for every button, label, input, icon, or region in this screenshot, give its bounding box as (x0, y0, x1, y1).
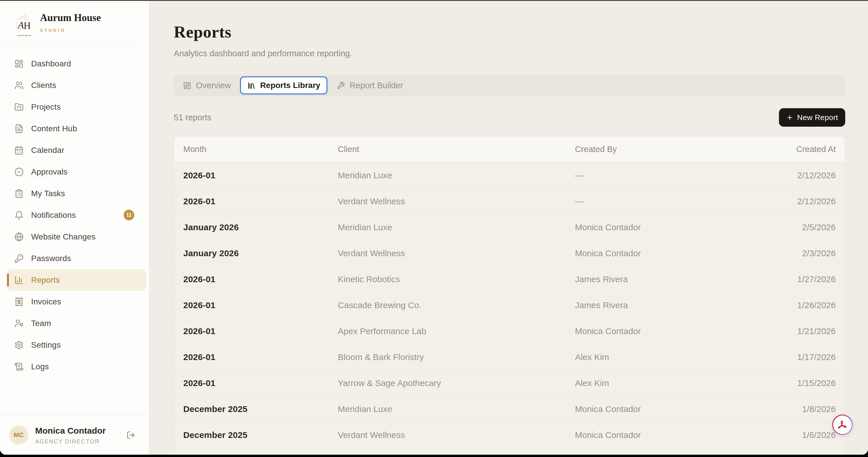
sidebar-item-passwords[interactable]: Passwords (7, 248, 146, 269)
table-row[interactable]: December 2025 Verdant Wellness Monica Co… (174, 422, 845, 448)
sidebar-item-label: Passwords (31, 254, 71, 263)
sidebar-item-label: Settings (31, 340, 61, 350)
table-row[interactable]: 2026-01 Meridian Luxe — 2/12/2026 (174, 163, 845, 189)
table-row[interactable]: 2026-01 Yarrow & Sage Apothecary Alex Ki… (174, 370, 845, 396)
sidebar-item-settings[interactable]: Settings (7, 334, 146, 356)
column-header-created-by: Created By (575, 145, 738, 154)
cell-month: 2026-01 (183, 275, 338, 284)
cell-created-at: 2/12/2026 (738, 171, 836, 180)
table-header-row: MonthClientCreated ByCreated At (174, 137, 845, 163)
cell-month: 2026-01 (183, 352, 338, 362)
table-row[interactable]: 2026-01 Cascade Brewing Co. James Rivera… (174, 292, 845, 318)
cell-created-at: 2/3/2026 (738, 249, 836, 258)
acrobat-extension-button[interactable] (832, 415, 852, 435)
plus-icon (786, 114, 793, 121)
sidebar-item-label: Content Hub (31, 124, 77, 133)
svg-text:A: A (17, 20, 24, 30)
table-row[interactable]: 2026-01 Verdant Wellness — 2/12/2026 (174, 189, 845, 215)
table-row[interactable]: January 2026 Verdant Wellness Monica Con… (174, 240, 845, 266)
sidebar-item-calendar[interactable]: Calendar (7, 139, 146, 161)
table-row[interactable]: January 2026 Meridian Luxe Monica Contad… (174, 215, 845, 240)
file-text-icon (14, 124, 24, 133)
sidebar-item-my-tasks[interactable]: My Tasks (7, 182, 146, 204)
cell-created-by: Monica Contador (575, 430, 738, 440)
sidebar-item-label: Approvals (31, 167, 67, 177)
cell-client: Cascade Brewing Co. (338, 301, 575, 310)
window-top-edge (0, 0, 868, 1)
bar-chart-icon (14, 276, 24, 285)
sidebar-item-notifications[interactable]: Notifications 11 (7, 204, 146, 226)
cell-created-at: 2/5/2026 (738, 223, 836, 232)
user-name: Monica Contador (35, 426, 106, 436)
sidebar-item-approvals[interactable]: Approvals (7, 161, 146, 182)
table-row[interactable]: December 2025 Meridian Luxe Monica Conta… (174, 396, 845, 422)
table-row[interactable]: 2026-01 Bloom & Bark Floristry Alex Kim … (174, 344, 845, 370)
cell-created-at: 1/27/2026 (738, 275, 836, 284)
sidebar: A H AURUM HOUSE Aurum House STUDIO Dashb… (0, 1, 149, 455)
folder-kanban-icon (14, 103, 24, 112)
table-body: 2026-01 Meridian Luxe — 2/12/2026 2026-0… (174, 163, 845, 455)
notification-count-badge: 11 (124, 210, 134, 221)
bell-icon (14, 210, 24, 220)
user-cog-icon (14, 319, 24, 328)
brand-logo-mark-icon: A H AURUM HOUSE (16, 11, 32, 38)
sidebar-item-team[interactable]: Team (7, 312, 146, 334)
page-title: Reports (174, 24, 845, 40)
calendar-icon (14, 146, 24, 155)
cell-created-at: 1/15/2026 (738, 378, 836, 388)
cell-month: 2026-01 (183, 197, 338, 206)
table-row-partial (174, 448, 845, 455)
layout-dashboard-icon (14, 59, 24, 68)
logout-icon[interactable] (126, 431, 135, 439)
tab-label: Reports Library (260, 81, 320, 90)
cell-client: Bloom & Bark Floristry (338, 352, 575, 362)
tab-overview[interactable]: Overview (176, 77, 238, 94)
sidebar-item-label: Reports (31, 276, 60, 285)
sidebar-item-website-changes[interactable]: Website Changes (7, 226, 146, 248)
cell-created-by: James Rivera (575, 301, 738, 310)
cell-client: Yarrow & Sage Apothecary (338, 378, 575, 388)
cell-created-by: Monica Contador (575, 223, 738, 232)
globe-icon (14, 232, 24, 241)
cell-created-at: 1/6/2026 (738, 430, 836, 440)
cell-client: Apex Performance Lab (338, 326, 575, 336)
cell-created-by: Monica Contador (575, 326, 738, 336)
sidebar-item-dashboard[interactable]: Dashboard (7, 53, 146, 75)
sidebar-item-label: Team (31, 319, 51, 328)
clipboard-list-icon (14, 189, 24, 198)
sidebar-item-label: Projects (31, 103, 61, 112)
sidebar-item-invoices[interactable]: Invoices (7, 291, 146, 312)
sidebar-item-projects[interactable]: Projects (7, 96, 146, 118)
library-icon (247, 81, 256, 90)
sidebar-item-label: Website Changes (31, 232, 96, 241)
page-subtitle: Analytics dashboard and performance repo… (174, 49, 845, 58)
cell-month: December 2025 (183, 430, 338, 440)
toolbar: 51 reports New Report (174, 108, 845, 127)
tab-label: Overview (196, 81, 231, 90)
cell-month: January 2026 (183, 223, 338, 232)
table-row[interactable]: 2026-01 Apex Performance Lab Monica Cont… (174, 318, 845, 344)
column-header-client: Client (338, 145, 575, 154)
user-role: AGENCY DIRECTOR (35, 438, 106, 445)
users-icon (14, 81, 24, 90)
cell-created-at: 2/12/2026 (738, 197, 836, 206)
avatar: MC (9, 426, 28, 445)
user-profile[interactable]: MC Monica Contador AGENCY DIRECTOR (0, 415, 149, 455)
sidebar-item-logs[interactable]: Logs (7, 356, 146, 377)
new-report-button[interactable]: New Report (779, 108, 845, 127)
cell-created-by: Alex Kim (575, 378, 738, 388)
tab-reports-library[interactable]: Reports Library (240, 77, 328, 94)
cell-month: 2026-01 (183, 326, 338, 336)
sidebar-item-reports[interactable]: Reports (7, 269, 146, 291)
active-indicator-bar (7, 274, 9, 286)
cell-month: 2026-01 (183, 301, 338, 310)
brand-name: Aurum House (40, 12, 101, 24)
acrobat-icon (833, 416, 852, 434)
tab-report-builder[interactable]: Report Builder (329, 77, 410, 94)
sidebar-item-content-hub[interactable]: Content Hub (7, 118, 146, 139)
wrench-icon (337, 81, 345, 90)
brand-tagline: STUDIO (40, 28, 101, 33)
sidebar-item-clients[interactable]: Clients (7, 75, 146, 96)
reports-table-card: MonthClientCreated ByCreated At 2026-01 … (174, 136, 845, 455)
table-row[interactable]: 2026-01 Kinetic Robotics James Rivera 1/… (174, 266, 845, 292)
